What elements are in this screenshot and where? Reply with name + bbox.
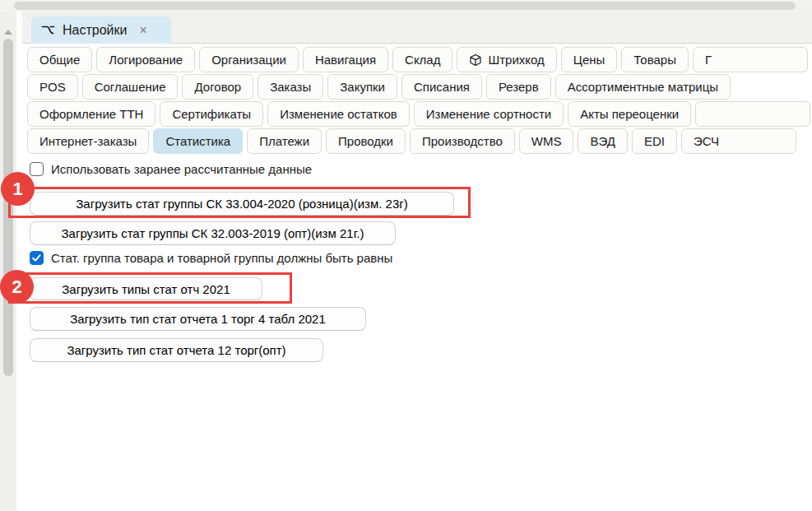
tab-sertifikaty[interactable]: Сертификаты <box>160 101 263 127</box>
tab-proizvodstvo[interactable]: Производство <box>410 128 515 154</box>
tab-dogovor[interactable]: Договор <box>182 74 253 100</box>
tab-label: Товары <box>633 53 676 67</box>
tab-ved[interactable]: ВЭД <box>578 128 627 154</box>
step-2-badge: 2 <box>0 270 34 304</box>
tab-assortimentnye-matritsy[interactable]: Ассортиментные матрицы <box>555 74 731 100</box>
tab-statistika[interactable]: Статистика <box>153 128 243 154</box>
tab-label: Общие <box>39 53 80 67</box>
tab-label: Изменение остатков <box>280 107 397 121</box>
stat-group-equal-checkbox[interactable] <box>30 251 44 265</box>
tab-label: Цены <box>573 53 606 67</box>
tab-label: Интернет-заказы <box>39 134 137 148</box>
tab-internet-zakazy[interactable]: Интернет-заказы <box>27 128 149 154</box>
load-stat-groups-sk-32-button[interactable]: Загрузить стат группы СК 32.003-2019 (оп… <box>30 221 396 245</box>
tab-esch[interactable]: ЭСЧ <box>681 128 796 154</box>
tab-label: Договор <box>194 80 241 94</box>
tab-zakazy[interactable]: Заказы <box>258 74 323 100</box>
curve-icon <box>41 23 55 37</box>
stat-group-equal-row: Стат. группа товара и товарной группы до… <box>30 250 392 265</box>
tab-izmenenie-sortnosti[interactable]: Изменение сортности <box>414 101 564 127</box>
tab-shtrikhkod[interactable]: Штрихкод <box>457 47 556 72</box>
step-1-badge: 1 <box>1 172 35 206</box>
tab-label: Производство <box>422 134 503 148</box>
tab-platezhi[interactable]: Платежи <box>247 128 322 154</box>
tab-wms[interactable]: WMS <box>519 128 574 154</box>
tab-edi[interactable]: EDI <box>632 128 677 154</box>
tab-label: Соглашение <box>95 80 166 94</box>
document-tab-title: Настройки <box>63 23 127 38</box>
tab-logirovanie[interactable]: Логирование <box>96 47 195 72</box>
tab-pos[interactable]: POS <box>27 74 78 100</box>
settings-window: Настройки × ОбщиеЛогированиеОрганизацииН… <box>0 0 812 511</box>
tab-partial-empty[interactable] <box>695 101 810 127</box>
page-tab-row-1: ОбщиеЛогированиеОрганизацииНавигацияСкла… <box>22 47 812 73</box>
tab-label: Логирование <box>109 53 183 67</box>
tab-izmenenie-ostatkov[interactable]: Изменение остатков <box>267 101 410 127</box>
vertical-scrollbar[interactable] <box>0 12 16 511</box>
load-stat-report-type-12-torg-button[interactable]: Загрузить тип стат отчета 12 торг(опт) <box>30 338 323 362</box>
use-precalculated-data-checkbox[interactable] <box>30 162 44 176</box>
tab-label: Г <box>705 53 712 67</box>
tab-label: Ассортиментные матрицы <box>568 80 718 94</box>
tab-label: Штрихкод <box>488 53 544 67</box>
horizontal-scrollbar[interactable] <box>0 0 812 12</box>
tab-zakupki[interactable]: Закупки <box>327 74 397 100</box>
tab-label: Платежи <box>259 134 309 148</box>
tab-label: Навигация <box>315 53 376 67</box>
tab-label: POS <box>39 80 66 94</box>
tab-spisaniya[interactable]: Списания <box>401 74 482 100</box>
tab-label: Резерв <box>499 80 539 94</box>
page-tab-row-3: Оформление ТТНСертификатыИзменение остат… <box>22 101 812 128</box>
tab-organizatsii[interactable]: Организации <box>199 47 299 72</box>
vertical-scrollbar-thumb[interactable] <box>3 39 13 376</box>
load-stat-report-types-2021-button[interactable]: Загрузить типы стат отч 2021 <box>30 277 262 300</box>
tab-label: Списания <box>414 80 470 94</box>
tab-label: Изменение сортности <box>426 107 551 121</box>
tab-rezerv[interactable]: Резерв <box>486 74 551 100</box>
tab-label: EDI <box>644 134 665 148</box>
tab-label: Организации <box>211 53 286 67</box>
tab-obshchie[interactable]: Общие <box>27 47 92 72</box>
tab-label: Оформление ТТН <box>39 107 143 121</box>
load-stat-report-type-1-torg-button[interactable]: Загрузить тип стат отчета 1 торг 4 табл … <box>30 307 366 331</box>
tab-navigatsiya[interactable]: Навигация <box>303 47 388 72</box>
tab-tseny[interactable]: Цены <box>561 47 618 72</box>
tab-label: Склад <box>405 53 440 67</box>
close-icon[interactable]: × <box>139 23 146 38</box>
tab-label: Сертификаты <box>172 107 251 121</box>
tab-label: Закупки <box>340 80 385 94</box>
scroll-up-arrow-icon[interactable] <box>4 30 12 35</box>
tab-label: Акты переоценки <box>580 107 679 121</box>
use-precalculated-data-label: Использовать заранее рассчитанные данные <box>51 162 312 176</box>
tab-label: ВЭД <box>590 134 615 148</box>
tab-nastroyki-document[interactable]: Настройки × <box>31 16 171 44</box>
tab-provodki[interactable]: Проводки <box>326 128 406 154</box>
tab-tovary[interactable]: Товары <box>621 47 689 72</box>
page-tab-row-2: POSСоглашениеДоговорЗаказыЗакупкиСписани… <box>22 74 812 100</box>
tab-partial-g[interactable]: Г <box>693 47 808 72</box>
tab-label: Статистика <box>165 134 230 148</box>
tab-label: ЭСЧ <box>694 134 719 148</box>
tab-label: Заказы <box>270 80 311 94</box>
tab-soglashenie[interactable]: Соглашение <box>82 74 179 100</box>
cube-icon <box>469 53 482 67</box>
document-tabstrip: Настройки × <box>22 12 812 44</box>
tab-label: Проводки <box>338 134 393 148</box>
tab-oformlenie-ttn[interactable]: Оформление ТТН <box>27 101 155 127</box>
use-precalculated-data-row: Использовать заранее рассчитанные данные <box>30 161 312 176</box>
tab-akty-pereotsenki[interactable]: Акты переоценки <box>568 101 691 127</box>
tab-label: WMS <box>531 134 562 148</box>
stat-group-equal-label: Стат. группа товара и товарной группы до… <box>51 251 392 265</box>
tab-sklad[interactable]: Склад <box>392 47 452 72</box>
load-stat-groups-sk-33-button[interactable]: Загрузить стат группы СК 33.004-2020 (ро… <box>30 192 454 216</box>
page-tab-row-4: Интернет-заказыСтатистикаПлатежиПроводки… <box>22 128 812 155</box>
horizontal-scrollbar-thumb[interactable] <box>14 2 796 10</box>
